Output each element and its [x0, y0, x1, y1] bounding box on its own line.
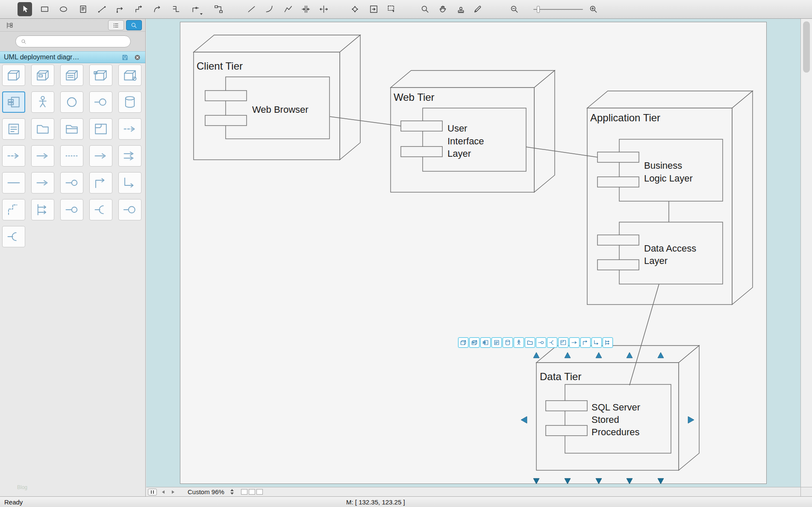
shape-node-stereotype[interactable]: [60, 64, 83, 86]
shape-directed-association[interactable]: [31, 145, 54, 167]
shape-database[interactable]: [118, 91, 141, 113]
connector-curve-tool-button[interactable]: [150, 2, 165, 16]
shape-package-alt[interactable]: [60, 118, 83, 140]
shape-lollipop-interface[interactable]: [60, 199, 83, 220]
search-view-button[interactable]: [126, 20, 142, 30]
connector-line-tool-button[interactable]: [94, 2, 109, 16]
page-thumbnails[interactable]: [241, 489, 263, 495]
expand-handle-down[interactable]: [658, 478, 664, 484]
connector-elbow-tool-button[interactable]: [113, 2, 127, 16]
vertical-scrollbar-thumb[interactable]: [803, 21, 810, 73]
shape-dependency[interactable]: [118, 118, 141, 140]
shape-dashed-elbow[interactable]: [2, 199, 25, 220]
shape-node-with-badge[interactable]: [118, 64, 141, 86]
expand-handle-down[interactable]: [533, 478, 539, 484]
select-tool-button[interactable]: [18, 2, 32, 16]
list-view-button[interactable]: [108, 20, 124, 30]
quick-note-button[interactable]: [491, 337, 502, 348]
shape-socket[interactable]: [2, 226, 25, 247]
quick-package-button[interactable]: [525, 337, 535, 348]
quick-required-interface-button[interactable]: [547, 337, 557, 348]
shape-node-with-tab[interactable]: [89, 64, 112, 86]
shape-elbow-connector[interactable]: [89, 172, 112, 193]
zoom-stepper[interactable]: [229, 488, 235, 496]
expand-handle-up[interactable]: [533, 352, 539, 358]
shape-dotted-link[interactable]: [60, 145, 83, 167]
node-data-tier[interactable]: Data Tier SQL Server Stored Procedures: [536, 346, 699, 470]
shape-search-field[interactable]: [15, 35, 131, 47]
expand-handle-down[interactable]: [596, 478, 602, 484]
shape-interface-link[interactable]: [118, 199, 141, 220]
shape-note[interactable]: [2, 118, 25, 140]
quick-elbow-connector-button[interactable]: [580, 337, 591, 348]
scroll-right-button[interactable]: [170, 489, 177, 495]
node-application-tier[interactable]: Application Tier Business Logic Layer Da…: [587, 91, 753, 305]
quick-elbow-connector-alt-button[interactable]: [591, 337, 602, 348]
quick-node-button[interactable]: [458, 337, 468, 348]
horizontal-scrollbar[interactable]: [263, 487, 800, 496]
expand-handle-down[interactable]: [565, 478, 571, 484]
expand-handle-left[interactable]: [521, 416, 527, 423]
draw-line-tool-button[interactable]: [244, 2, 259, 16]
draw-polyline-tool-button[interactable]: [281, 2, 295, 16]
shape-node[interactable]: [2, 64, 25, 86]
quick-provided-interface-button[interactable]: [536, 337, 546, 348]
vertical-scrollbar[interactable]: [800, 19, 812, 487]
ellipse-tool-button[interactable]: [56, 2, 71, 16]
zoom-tool-button[interactable]: [418, 2, 432, 16]
connector-elbow-double-tool-button[interactable]: [132, 2, 146, 16]
pencil-tool-button[interactable]: [470, 2, 485, 16]
connector-network-tool-button[interactable]: [211, 2, 226, 16]
shape-interface[interactable]: [89, 91, 112, 113]
close-library-button[interactable]: [133, 53, 141, 62]
shape-required-interface[interactable]: [89, 199, 112, 220]
layout-tool-button[interactable]: [366, 2, 381, 16]
drawing-page[interactable]: Client Tier Web Browser Web Tier: [180, 22, 767, 484]
quick-component-button[interactable]: [480, 337, 491, 348]
shape-bidirectional-dependency[interactable]: [118, 145, 141, 167]
shape-provided-interface[interactable]: [60, 172, 83, 193]
shape-elbow-connector-alt[interactable]: [118, 172, 141, 193]
pan-tool-button[interactable]: [435, 2, 450, 16]
node-web-tier[interactable]: Web Tier User Interface Layer: [391, 70, 555, 192]
save-library-button[interactable]: [121, 53, 129, 62]
pane-splitter-button[interactable]: [148, 489, 157, 495]
text-tool-button[interactable]: [76, 2, 90, 16]
reshape-tool-button[interactable]: [347, 2, 362, 16]
shape-association[interactable]: [2, 172, 25, 193]
zoom-in-tool-button[interactable]: [586, 2, 600, 16]
shape-use-case[interactable]: [60, 91, 83, 113]
zoom-slider-thumb[interactable]: [537, 6, 540, 13]
rectangle-tool-button[interactable]: [37, 2, 52, 16]
select-area-tool-button[interactable]: [384, 2, 399, 16]
expand-handle-down[interactable]: [627, 478, 633, 484]
scroll-left-button[interactable]: [160, 489, 167, 495]
shape-association-arrow[interactable]: [31, 172, 54, 193]
shape-node-instance[interactable]: [31, 64, 54, 86]
split-shapes-tool-button[interactable]: [316, 2, 331, 16]
quick-actor-button[interactable]: [514, 337, 524, 348]
join-shapes-tool-button[interactable]: [298, 2, 313, 16]
quick-tree-connector-button[interactable]: [603, 337, 613, 348]
quick-node-instance-button[interactable]: [469, 337, 480, 348]
zoom-slider-track[interactable]: [533, 9, 583, 10]
shape-tree-connector[interactable]: [31, 199, 54, 220]
shape-actor[interactable]: [31, 91, 54, 113]
zoom-level-label[interactable]: Custom 96%: [188, 488, 224, 495]
shape-package[interactable]: [31, 118, 54, 140]
shape-component[interactable]: [2, 91, 25, 113]
zoom-out-tool-button[interactable]: [507, 2, 521, 16]
shape-navigable-association[interactable]: [89, 145, 112, 167]
shape-dependency-alt[interactable]: [2, 145, 25, 167]
stamp-tool-button[interactable]: [453, 2, 468, 16]
connector-tree-tool-button[interactable]: [169, 2, 183, 16]
connector-smart-tool-button[interactable]: [188, 2, 203, 16]
quick-arrow-button[interactable]: [569, 337, 580, 348]
quick-frame-button[interactable]: [558, 337, 568, 348]
shape-frame[interactable]: [89, 118, 112, 140]
zoom-slider[interactable]: [533, 0, 583, 19]
search-input[interactable]: [30, 37, 125, 46]
draw-arc-tool-button[interactable]: [262, 2, 277, 16]
library-tree-button[interactable]: [3, 20, 15, 30]
node-client-tier[interactable]: Client Tier Web Browser: [194, 35, 360, 160]
